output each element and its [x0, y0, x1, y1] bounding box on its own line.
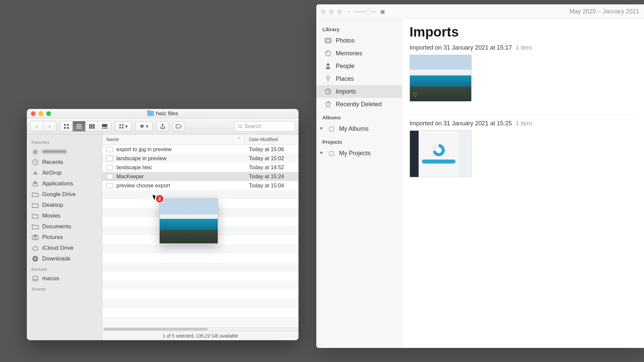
sidebar-item-memories[interactable]: Memories [316, 47, 402, 60]
sidebar-item-label: Memories [336, 50, 362, 57]
sidebar-item-photos[interactable]: Photos [316, 34, 402, 47]
sidebar-item-macos[interactable]: macos [27, 273, 102, 284]
sort-asc-icon: ˄ [238, 137, 240, 142]
forward-button[interactable]: › [43, 121, 56, 131]
sidebar-item-label: Recently Deleted [336, 101, 382, 108]
close-button-inactive[interactable] [321, 9, 326, 14]
places-icon [324, 75, 332, 82]
drag-preview-image [160, 199, 218, 243]
camera-icon [32, 234, 39, 241]
arrange-button[interactable]: ▾ [115, 121, 132, 131]
list-view-button[interactable] [73, 121, 86, 131]
svg-rect-12 [104, 128, 105, 129]
share-button[interactable] [156, 121, 169, 131]
sidebar-item-google-drive[interactable]: Google Drive [27, 189, 102, 200]
search-field[interactable]: Search [235, 121, 295, 131]
zoom-slider[interactable] [353, 11, 377, 12]
project-icon: ▢ [328, 149, 335, 157]
page-title: Imports [410, 24, 637, 40]
file-icon [106, 183, 113, 188]
sidebar-item-my-albums[interactable]: ▢ My Albums [316, 122, 402, 135]
folder-icon [147, 111, 154, 116]
slider-knob[interactable] [366, 9, 371, 14]
action-button[interactable]: ✱ ▾ [136, 121, 153, 131]
file-list[interactable]: export to jpg in previewToday at 15:06la… [102, 145, 299, 327]
svg-point-26 [34, 237, 37, 239]
column-headers: Name ˄ Date Modified [102, 134, 299, 145]
svg-rect-1 [67, 124, 69, 126]
scrollbar-thumb[interactable] [104, 328, 208, 330]
zoom-button-inactive[interactable] [337, 9, 342, 14]
sidebar-item-people[interactable]: People [316, 60, 402, 72]
sidebar-item-downloads[interactable]: Downloads [27, 253, 102, 264]
horizontal-scrollbar[interactable] [102, 327, 299, 331]
file-row[interactable]: landscape in previewToday at 15:02 [102, 154, 299, 163]
sidebar-item-label: Pictures [42, 234, 63, 241]
sidebar-item-applications[interactable]: Applications [27, 178, 102, 189]
svg-rect-14 [119, 124, 121, 125]
sidebar-item-recently-deleted[interactable]: Recently Deleted [316, 98, 402, 111]
photo-thumbnail-2[interactable] [410, 130, 472, 177]
sidebar-item-label: macos [42, 275, 59, 282]
view-buttons [60, 121, 111, 132]
file-date: Today at 15:06 [245, 146, 299, 153]
svg-point-21 [238, 124, 241, 127]
minimize-button-inactive[interactable] [329, 9, 334, 14]
sidebar-item-label: Downloads [42, 255, 70, 262]
file-row[interactable]: landscape.heicToday at 14:52 [102, 163, 299, 172]
file-row[interactable]: MacKeeperToday at 15:24 [102, 172, 299, 181]
sidebar-item-label: People [336, 63, 355, 70]
file-name: landscape.heic [116, 165, 152, 171]
sidebar-item-pictures[interactable]: Pictures [27, 232, 102, 243]
photos-sidebar: Library PhotosMemoriesPeoplePlacesImport… [316, 19, 402, 348]
icon-view-button[interactable] [60, 121, 73, 131]
date-range-label: May 2020 – January 2021 [570, 8, 639, 15]
svg-rect-16 [119, 127, 121, 128]
back-button[interactable]: ‹ [31, 121, 43, 131]
empty-row [102, 262, 299, 272]
folder-icon [32, 201, 39, 209]
sidebar-item-places[interactable]: Places [316, 72, 402, 85]
disk-icon [32, 275, 39, 282]
file-icon [106, 147, 113, 152]
column-view-button[interactable] [86, 121, 98, 131]
photo-thumbnail-1[interactable]: ♡ [410, 55, 472, 102]
tags-button[interactable] [172, 121, 185, 131]
sidebar-item-hidden[interactable]: ◉●●●●●●● [27, 146, 102, 157]
drag-preview: 2 [159, 198, 218, 244]
date-column-header[interactable]: Date Modified [245, 134, 299, 144]
svg-rect-7 [89, 124, 91, 129]
file-row[interactable]: preview choose exportToday at 15:04 [102, 181, 299, 190]
sidebar-item-airdrop[interactable]: AirDrop [27, 168, 102, 178]
sidebar-item-my-projects[interactable]: ▢ My Projects [316, 147, 402, 160]
empty-row [102, 308, 299, 317]
screenshot-mid [419, 131, 459, 177]
sidebar-item-label: Google Drive [42, 191, 75, 198]
file-row[interactable]: export to jpg in previewToday at 15:06 [102, 145, 299, 154]
file-name: export to jpg in preview [116, 146, 172, 153]
svg-rect-32 [326, 39, 330, 42]
svg-rect-5 [76, 126, 82, 127]
sidebar-item-label: Photos [336, 37, 355, 44]
svg-rect-20 [161, 128, 165, 129]
sidebar-item-movies[interactable]: Movies [27, 210, 102, 221]
svg-rect-29 [33, 276, 38, 281]
sidebar-item-recents[interactable]: Recents [27, 157, 102, 168]
sidebar-item-icloud-drive[interactable]: iCloud Drive [27, 243, 102, 253]
import-group-1-heading: Imported on 31 January 2021 at 15:17 1 i… [410, 44, 637, 51]
sidebar-item-imports[interactable]: Imports [316, 85, 402, 98]
sidebar-item-desktop[interactable]: Desktop [27, 200, 102, 210]
svg-rect-15 [122, 124, 123, 125]
sidebar-item-documents[interactable]: Documents [27, 221, 102, 232]
gallery-view-button[interactable] [98, 121, 111, 131]
window-title-text: heic files [156, 110, 178, 117]
import-group-2-heading: Imported on 31 January 2021 at 15:25 1 i… [410, 120, 637, 127]
svg-point-34 [327, 63, 329, 66]
file-name: landscape in preview [116, 156, 166, 162]
file-date: Today at 14:52 [245, 165, 299, 171]
photos-body: Library PhotosMemoriesPeoplePlacesImport… [316, 19, 644, 348]
favorite-icon[interactable]: ♡ [413, 91, 418, 99]
name-column-header[interactable]: Name ˄ [102, 134, 245, 144]
min-size-icon[interactable]: ▫ [348, 9, 350, 15]
max-size-icon[interactable]: ▣ [380, 8, 385, 15]
